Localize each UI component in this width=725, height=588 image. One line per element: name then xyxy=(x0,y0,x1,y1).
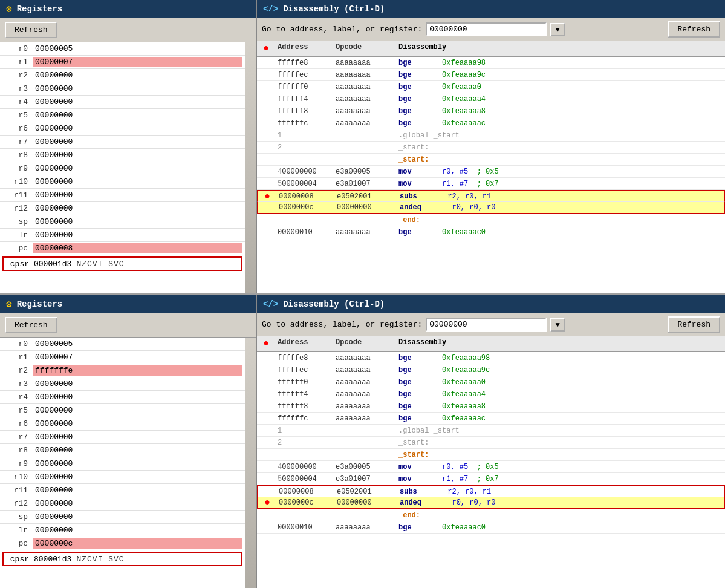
row-disasm: bge 0xfeaaaaa4 xyxy=(396,95,725,103)
row-disasm: subs r2, r0, r1 xyxy=(397,192,724,201)
register-name: sp xyxy=(2,217,33,226)
disassembly-toolbar: Go to address, label, or register:▼Refre… xyxy=(257,18,725,41)
register-scroll-container: r000000005r100000007r200000000r300000000… xyxy=(0,42,256,293)
row-bullet: ● xyxy=(258,497,276,508)
register-value: 00000000 xyxy=(33,177,242,187)
row-addr: ffffff8 xyxy=(275,402,336,411)
row-disasm: bge 0xfeaaaaa9c xyxy=(396,366,725,374)
register-name: pc xyxy=(2,539,33,548)
cpsr-name: cpsr xyxy=(6,260,34,269)
register-row: r500000000 xyxy=(0,109,245,122)
register-name: r8 xyxy=(2,446,33,455)
disasm-data-row: 00000010 aaaaaaaa bge 0xfeaaaac0 xyxy=(257,226,725,238)
register-row: r400000000 xyxy=(0,96,245,109)
disasm-refresh-button[interactable]: Refresh xyxy=(668,21,720,38)
register-icon: ⚙ xyxy=(6,3,12,15)
disasm-icon: </> xyxy=(263,299,278,309)
register-name: r2 xyxy=(2,71,33,80)
row-opcode: aaaaaaaa xyxy=(336,228,396,237)
goto-dropdown-button[interactable]: ▼ xyxy=(550,23,565,36)
register-row: pc00000008 xyxy=(0,242,245,255)
register-value: 00000005 xyxy=(33,339,242,349)
disasm-label2-row: _start: xyxy=(257,449,725,461)
register-name: r0 xyxy=(2,44,33,53)
disasm-instr-row: ● 00000008 e0502001 subs r2, r0, r1 xyxy=(257,190,725,202)
goto-input[interactable] xyxy=(426,318,547,332)
register-name: r10 xyxy=(2,177,33,186)
row-opcode: aaaaaaaa xyxy=(336,107,396,116)
row-addr: 00000010 xyxy=(275,228,336,237)
disasm-instr-row: 400000000 e3a00005 mov r0, #5 ; 0x5 xyxy=(257,461,725,473)
disasm-data-row: ffffff0 aaaaaaaa bge 0xfeaaaa0 xyxy=(257,81,725,93)
row-disasm: bge 0xfeaaaaa98 xyxy=(396,354,725,362)
row-addr: ffffffc xyxy=(275,119,336,128)
row-addr: ffffff4 xyxy=(275,390,336,399)
register-value: 00000000 xyxy=(33,498,242,509)
row-addr: 400000000 xyxy=(275,463,336,471)
register-scrollbar[interactable] xyxy=(245,42,256,293)
register-row: r1000000000 xyxy=(0,175,245,189)
cpsr-value: 800001d3 xyxy=(34,555,71,564)
disassembly-panel: </>Disassembly (Ctrl-D)Go to address, la… xyxy=(257,0,725,293)
register-row: pc0000000c xyxy=(0,537,245,550)
row-addr: ffffff8 xyxy=(275,107,336,116)
row-opcode: e3a01007 xyxy=(336,180,396,188)
register-refresh-button[interactable]: Refresh xyxy=(5,317,57,333)
goto-dropdown-button[interactable]: ▼ xyxy=(550,318,565,332)
row-opcode: 00000000 xyxy=(337,498,397,507)
register-scrollbar[interactable] xyxy=(245,338,256,588)
register-name: r11 xyxy=(2,486,33,495)
register-refresh-button[interactable]: Refresh xyxy=(5,22,57,38)
cpsr-row: cpsr800001d3NZCVI SVC xyxy=(2,552,242,566)
register-title: Registers xyxy=(17,299,63,309)
register-panel-header: ⚙Registers xyxy=(0,0,256,18)
register-row: r800000000 xyxy=(0,149,245,162)
row-addr: ffffff0 xyxy=(275,83,336,91)
register-name: r4 xyxy=(2,393,33,402)
register-name: r8 xyxy=(2,151,33,160)
disasm-refresh-button[interactable]: Refresh xyxy=(668,316,720,333)
register-name: r1 xyxy=(2,353,33,362)
row-opcode: aaaaaaaa xyxy=(336,95,396,103)
row-disasm: _start: xyxy=(396,439,725,447)
register-name: sp xyxy=(2,512,33,521)
goto-input[interactable] xyxy=(426,22,547,36)
disasm-label-row: 2 _start: xyxy=(257,437,725,449)
register-name: r11 xyxy=(2,191,33,200)
register-row: r000000005 xyxy=(0,338,245,351)
col-header-bullet: ● xyxy=(257,338,275,349)
row-disasm: mov r0, #5 ; 0x5 xyxy=(396,463,725,471)
row-opcode: e0502001 xyxy=(337,488,397,496)
row-addr: 500000004 xyxy=(275,180,336,188)
row-opcode: aaaaaaaa xyxy=(336,414,396,423)
register-name: r6 xyxy=(2,419,33,428)
row-disasm: _start: xyxy=(396,155,725,164)
row-addr: 1 xyxy=(275,426,336,435)
disasm-label2-row: _end: xyxy=(257,509,725,521)
col-header-disasm: Disassembly xyxy=(396,43,725,54)
row-opcode: aaaaaaaa xyxy=(336,71,396,79)
register-row: r1000000000 xyxy=(0,471,245,484)
register-name: r12 xyxy=(2,204,33,213)
disasm-comment-row: 1 .global _start xyxy=(257,425,725,437)
row-opcode: aaaaaaaa xyxy=(336,83,396,91)
register-row: r1200000000 xyxy=(0,497,245,511)
row-disasm: .global _start xyxy=(396,426,725,435)
register-row: r1200000000 xyxy=(0,202,245,215)
register-row: r800000000 xyxy=(0,444,245,457)
disasm-data-row: ffffff8 aaaaaaaa bge 0xfeaaaaa8 xyxy=(257,105,725,117)
disasm-icon: </> xyxy=(263,4,278,14)
disasm-data-row: ffffffc aaaaaaaa bge 0xfeaaaaac xyxy=(257,413,725,425)
row-addr: 0000000c xyxy=(276,203,337,212)
disasm-instr-row: 0000000c 00000000 andeq r0, r0, r0 xyxy=(257,202,725,214)
row-disasm: bge 0xfeaaaa0 xyxy=(396,83,725,91)
disasm-data-row: ffffff4 aaaaaaaa bge 0xfeaaaaa4 xyxy=(257,388,725,400)
register-value: 00000000 xyxy=(33,379,242,389)
row-opcode: e3a00005 xyxy=(336,463,396,471)
register-row: r400000000 xyxy=(0,391,245,404)
row-disasm: bge 0xfeaaaa9c xyxy=(396,71,725,79)
disasm-label2-row: _start: xyxy=(257,154,725,166)
row-disasm: mov r1, #7 ; 0x7 xyxy=(396,180,725,188)
register-row: r1100000000 xyxy=(0,189,245,202)
register-name: r5 xyxy=(2,111,33,120)
